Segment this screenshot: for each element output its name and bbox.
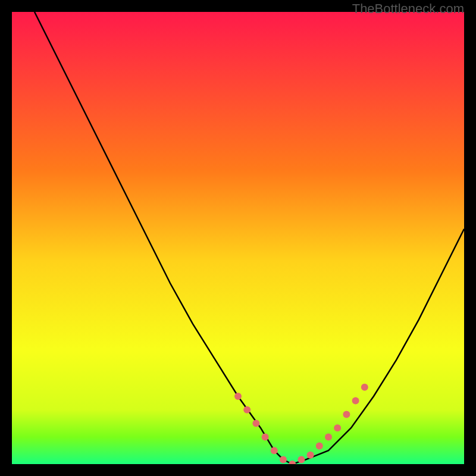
watermark-text: TheBottleneck.com bbox=[352, 1, 464, 17]
marker-dot bbox=[252, 420, 259, 427]
marker-dot bbox=[234, 393, 242, 400]
marker-dot bbox=[361, 384, 368, 391]
marker-dot bbox=[280, 456, 287, 463]
marker-dot bbox=[298, 456, 305, 463]
marker-dot bbox=[262, 433, 269, 440]
marker-dot bbox=[243, 406, 250, 414]
marker-dot bbox=[271, 447, 278, 454]
chart-svg bbox=[12, 12, 464, 464]
marker-dot bbox=[334, 424, 341, 431]
plot-area bbox=[12, 12, 464, 464]
marker-dot bbox=[343, 411, 350, 418]
marker-dot bbox=[352, 397, 359, 405]
marker-dot bbox=[325, 433, 332, 440]
marker-dot bbox=[307, 452, 314, 459]
marker-dot bbox=[316, 443, 323, 450]
